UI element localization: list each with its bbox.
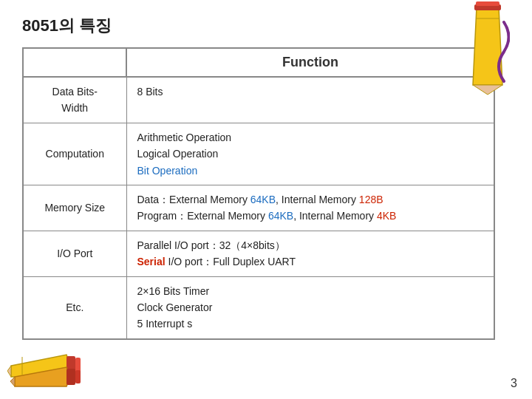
row-label-computation: Computation	[23, 123, 126, 185]
svg-marker-11	[10, 377, 15, 386]
serial-label: Serial	[137, 256, 166, 267]
svg-rect-13	[75, 370, 81, 383]
row-label-etc: Etc.	[23, 276, 126, 339]
row-label-memory: Memory Size	[23, 185, 126, 231]
pencil-top-decoration	[466, 0, 510, 89]
row-function-computation: Arithmetic Operation Logical Operation B…	[126, 123, 494, 185]
prog-ext-mem: 64KB	[268, 210, 293, 222]
data-ext-mem: 64KB	[250, 194, 276, 205]
table-row: Data Bits-Width 8 Bits	[23, 77, 494, 123]
row-label-ioport: I/O Port	[23, 231, 126, 276]
row-function-etc: 2×16 Bits Timer Clock Generator 5 Interr…	[126, 276, 494, 339]
table-row: I/O Port Parallel I/O port：32（4×8bits） S…	[23, 231, 494, 276]
slide-title: 8051의 특징	[22, 15, 510, 37]
table-row: Memory Size Data：External Memory 64KB, I…	[23, 185, 494, 231]
row-function-memory: Data：External Memory 64KB, Internal Memo…	[126, 185, 494, 231]
row-label-databits: Data Bits-Width	[23, 77, 126, 123]
svg-rect-12	[66, 369, 75, 385]
svg-marker-0	[473, 7, 502, 85]
svg-marker-6	[7, 366, 11, 377]
page-number: 3	[511, 377, 517, 390]
svg-rect-3	[476, 1, 499, 6]
svg-marker-1	[473, 85, 502, 95]
row-function-databits: 8 Bits	[126, 77, 494, 123]
row-function-ioport: Parallel I/O port：32（4×8bits） Serial I/O…	[126, 231, 494, 276]
table-row: Etc. 2×16 Bits Timer Clock Generator 5 I…	[23, 276, 494, 339]
main-table: Function Data Bits-Width 8 Bits Computat…	[22, 47, 495, 340]
prog-int-mem: 4KB	[377, 210, 396, 222]
data-int-mem: 128B	[359, 194, 383, 205]
bit-operation-text: Bit Operation	[137, 165, 198, 177]
empty-header	[23, 48, 126, 77]
function-header: Function	[126, 48, 494, 77]
slide: 8051의 특징 Function Data Bits-Width 8 Bits…	[0, 0, 532, 399]
pencil-bottom-decoration	[7, 351, 74, 392]
table-row: Computation Arithmetic Operation Logical…	[23, 123, 494, 185]
